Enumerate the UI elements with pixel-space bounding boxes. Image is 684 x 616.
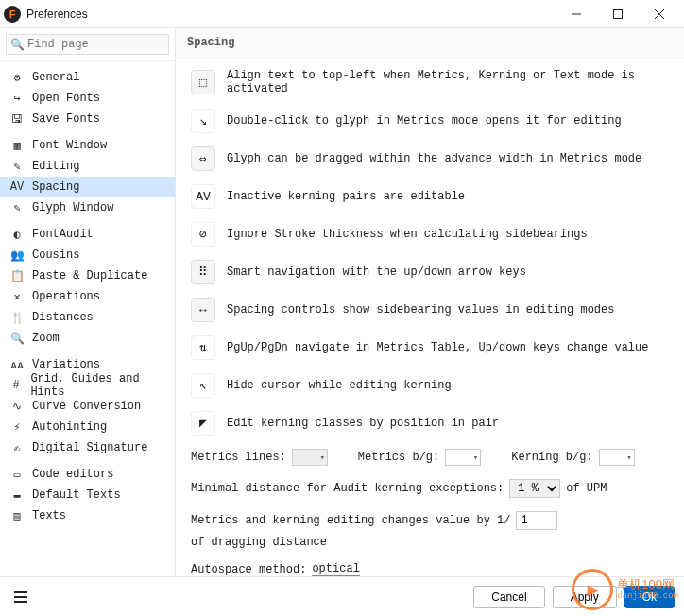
save-fonts-icon: 🖫 bbox=[9, 112, 25, 127]
option-toggle[interactable]: ⬚ bbox=[191, 70, 215, 94]
sidebar-item-font-window[interactable]: ▦Font Window bbox=[0, 135, 175, 156]
sidebar: 🔍 ⚙General↪Open Fonts🖫Save Fonts▦Font Wi… bbox=[0, 28, 176, 576]
option-label: PgUp/PgDn navigate in Metrics Table, Up/… bbox=[227, 341, 669, 354]
digital-signature-icon: ✍ bbox=[9, 441, 25, 455]
color-row: Metrics lines: ▾ Metrics b/g: ▾ Kerning … bbox=[191, 449, 669, 466]
drag-label-pre: Metrics and kerning editing changes valu… bbox=[191, 514, 510, 527]
sidebar-item-grid-guides-and-hints[interactable]: #Grid, Guides and Hints bbox=[0, 375, 175, 396]
sidebar-item-label: Save Fonts bbox=[32, 112, 100, 126]
open-fonts-icon: ↪ bbox=[9, 92, 25, 106]
main-panel: Spacing ⬚Align text to top-left when Met… bbox=[176, 28, 684, 576]
min-distance-label: Minimal distance for Audit kerning excep… bbox=[191, 482, 504, 495]
sidebar-item-label: Distances bbox=[32, 311, 94, 324]
sidebar-item-code-editors[interactable]: ▭Code editors bbox=[0, 464, 175, 485]
search-container: 🔍 bbox=[0, 28, 175, 61]
option-toggle[interactable]: ↔ bbox=[191, 298, 215, 322]
sidebar-item-curve-conversion[interactable]: ∿Curve Conversion bbox=[0, 396, 175, 417]
sidebar-item-distances[interactable]: 🍴Distances bbox=[0, 307, 175, 328]
grid-guides-and-hints-icon: # bbox=[9, 379, 23, 392]
close-button[interactable] bbox=[639, 1, 680, 27]
option-row: ⇅PgUp/PgDn navigate in Metrics Table, Up… bbox=[191, 335, 669, 360]
option-toggle[interactable]: ⠿ bbox=[191, 260, 215, 284]
svg-rect-1 bbox=[614, 9, 623, 18]
maximize-button[interactable] bbox=[597, 1, 639, 27]
sidebar-item-zoom[interactable]: 🔍Zoom bbox=[0, 328, 175, 349]
sidebar-item-operations[interactable]: ✕Operations bbox=[0, 286, 175, 307]
drag-row: Metrics and kerning editing changes valu… bbox=[191, 511, 669, 549]
option-label: Glyph can be dragged within the advance … bbox=[227, 152, 669, 165]
ok-button[interactable]: Ok bbox=[624, 586, 675, 608]
sidebar-item-label: Variations bbox=[32, 358, 100, 371]
glyph-window-icon: ✎ bbox=[9, 201, 25, 215]
minimize-button[interactable] bbox=[556, 1, 597, 27]
apply-button[interactable]: Apply bbox=[553, 586, 617, 608]
sidebar-item-fontaudit[interactable]: ◐FontAudit bbox=[0, 224, 175, 245]
autohinting-icon: ⚡ bbox=[9, 420, 25, 435]
sidebar-item-digital-signature[interactable]: ✍Digital Signature bbox=[0, 437, 175, 458]
option-toggle[interactable]: ⊘ bbox=[191, 222, 215, 247]
sidebar-item-save-fonts[interactable]: 🖫Save Fonts bbox=[0, 109, 175, 129]
option-row: ⊘Ignore Stroke thickness when calculatin… bbox=[191, 222, 669, 247]
autospace-row: Autospace method: optical bbox=[191, 562, 669, 576]
menu-button[interactable] bbox=[9, 586, 32, 608]
sidebar-item-general[interactable]: ⚙General bbox=[0, 67, 175, 88]
min-distance-select[interactable]: 1 % bbox=[509, 479, 560, 498]
footer: Cancel Apply Ok bbox=[0, 576, 684, 616]
chevron-down-icon: ▾ bbox=[319, 453, 324, 463]
option-label: Hide cursor while editing kerning bbox=[227, 379, 669, 392]
chevron-down-icon: ▾ bbox=[473, 453, 478, 463]
sidebar-item-cousins[interactable]: 👥Cousins bbox=[0, 245, 175, 265]
sidebar-item-label: Default Texts bbox=[32, 488, 121, 502]
curve-conversion-icon: ∿ bbox=[9, 400, 25, 414]
sidebar-item-label: Code editors bbox=[32, 468, 113, 481]
option-toggle[interactable]: ⇔ bbox=[191, 146, 215, 171]
autospace-method-link[interactable]: optical bbox=[312, 562, 359, 576]
option-row: ↘Double-click to glyph in Metrics mode o… bbox=[191, 109, 669, 133]
option-row: ↔Spacing controls show sidebearing value… bbox=[191, 298, 669, 322]
option-label: Spacing controls show sidebearing values… bbox=[227, 303, 669, 317]
option-row: ↖Hide cursor while editing kerning bbox=[191, 373, 669, 398]
sidebar-item-label: General bbox=[32, 71, 79, 84]
kerning-bg-color[interactable]: ▾ bbox=[599, 449, 635, 466]
option-toggle[interactable]: ↖ bbox=[191, 373, 215, 398]
sidebar-item-label: Grid, Guides and Hints bbox=[30, 372, 165, 399]
sidebar-item-paste-duplicate[interactable]: 📋Paste & Duplicate bbox=[0, 265, 175, 286]
drag-value-input[interactable] bbox=[516, 511, 557, 530]
sidebar-item-default-texts[interactable]: ▬Default Texts bbox=[0, 485, 175, 505]
sidebar-item-label: Zoom bbox=[32, 332, 60, 345]
variations-icon: ᴀᴀ bbox=[9, 358, 25, 372]
autospace-label: Autospace method: bbox=[191, 563, 306, 576]
option-toggle[interactable]: ◤ bbox=[191, 411, 215, 436]
option-label: Align text to top-left when Metrics, Ker… bbox=[227, 69, 669, 95]
metrics-lines-color[interactable]: ▾ bbox=[292, 449, 328, 466]
sidebar-item-label: Font Window bbox=[32, 139, 107, 152]
sidebar-item-label: Digital Signature bbox=[32, 441, 147, 454]
search-input[interactable] bbox=[6, 34, 169, 55]
option-label: Inactive kerning pairs are editable bbox=[227, 190, 669, 203]
cancel-button[interactable]: Cancel bbox=[473, 586, 544, 608]
sidebar-item-glyph-window[interactable]: ✎Glyph Window bbox=[0, 197, 175, 218]
metrics-bg-color[interactable]: ▾ bbox=[445, 449, 481, 466]
option-row: ⇔Glyph can be dragged within the advance… bbox=[191, 146, 669, 171]
font-window-icon: ▦ bbox=[9, 139, 25, 153]
option-toggle[interactable]: ↘ bbox=[191, 109, 215, 133]
zoom-icon: 🔍 bbox=[9, 332, 25, 346]
sidebar-item-open-fonts[interactable]: ↪Open Fonts bbox=[0, 88, 175, 109]
option-label: Ignore Stroke thickness when calculating… bbox=[227, 228, 669, 241]
default-texts-icon: ▬ bbox=[9, 488, 25, 502]
metrics-bg-label: Metrics b/g: bbox=[358, 451, 439, 464]
sidebar-item-spacing[interactable]: AVSpacing bbox=[0, 177, 175, 197]
kerning-bg-label: Kerning b/g: bbox=[511, 451, 592, 464]
option-toggle[interactable]: AV bbox=[191, 184, 215, 209]
sidebar-item-label: Editing bbox=[32, 160, 79, 173]
app-icon: F bbox=[4, 6, 21, 23]
sidebar-item-texts[interactable]: ▤Texts bbox=[0, 505, 175, 526]
option-row: ◤Edit kerning classes by position in pai… bbox=[191, 411, 669, 436]
option-toggle[interactable]: ⇅ bbox=[191, 335, 215, 360]
sidebar-item-editing[interactable]: ✎Editing bbox=[0, 156, 175, 177]
texts-icon: ▤ bbox=[9, 509, 25, 523]
sidebar-item-autohinting[interactable]: ⚡Autohinting bbox=[0, 417, 175, 437]
nav-list: ⚙General↪Open Fonts🖫Save Fonts▦Font Wind… bbox=[0, 61, 175, 538]
min-distance-suffix: of UPM bbox=[566, 482, 607, 495]
sidebar-item-label: Spacing bbox=[32, 180, 79, 194]
